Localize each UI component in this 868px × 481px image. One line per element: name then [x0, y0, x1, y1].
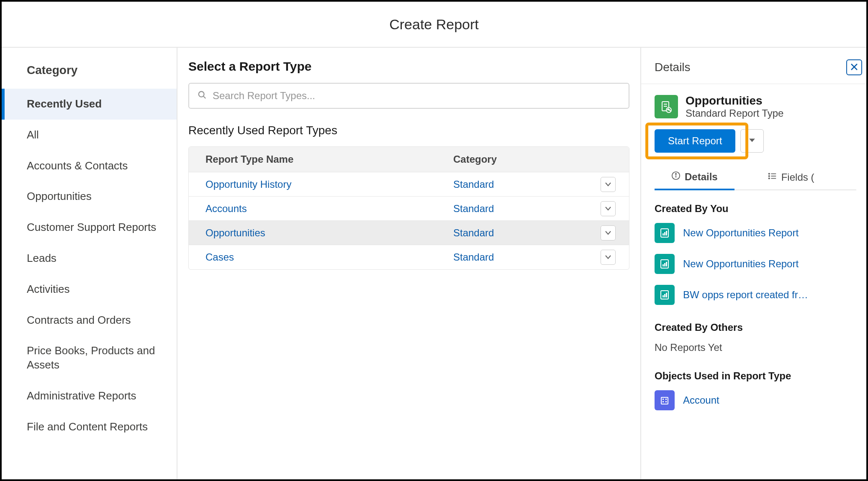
modal-titlebar: Create Report — [2, 2, 866, 48]
row-name: Cases — [189, 246, 437, 269]
chevron-down-icon — [749, 137, 755, 145]
report-type-icon — [655, 95, 678, 118]
created-by-others-section: Created By Others No Reports Yet — [655, 322, 861, 353]
chevron-down-icon — [605, 229, 611, 237]
row-actions-button[interactable] — [601, 225, 616, 240]
svg-rect-33 — [665, 401, 667, 402]
svg-line-1 — [203, 96, 205, 98]
svg-rect-30 — [663, 399, 664, 400]
report-type-title: Opportunities — [686, 94, 783, 107]
svg-rect-18 — [663, 233, 664, 235]
svg-rect-28 — [666, 293, 667, 297]
no-reports-text: No Reports Yet — [655, 342, 861, 353]
search-icon — [198, 90, 207, 101]
start-report-button[interactable]: Start Report — [655, 129, 735, 153]
modal-title: Create Report — [389, 16, 479, 33]
category-item-activities[interactable]: Activities — [2, 274, 177, 305]
report-type-subtitle: Standard Report Type — [686, 107, 783, 119]
svg-rect-26 — [663, 295, 664, 297]
created-by-you-section: Created By You New Opportunities Report … — [655, 203, 861, 305]
objects-used-section: Objects Used in Report Type Account — [655, 370, 861, 410]
start-report-dropdown-button[interactable] — [740, 129, 764, 153]
create-report-modal: Create Report Category Recently Used All… — [0, 0, 868, 481]
category-item-all[interactable]: All — [2, 120, 177, 151]
tab-details[interactable]: Details — [655, 165, 734, 190]
table-row[interactable]: Opportunities Standard — [189, 221, 629, 245]
table-row[interactable]: Opportunity History Standard — [189, 172, 629, 197]
row-category: Standard — [437, 246, 596, 269]
svg-rect-23 — [664, 263, 665, 266]
svg-rect-27 — [664, 294, 665, 297]
svg-rect-6 — [664, 106, 667, 107]
list-icon — [768, 171, 777, 183]
report-link: New Opportunities Report — [683, 227, 799, 239]
category-item-opportunities[interactable]: Opportunities — [2, 181, 177, 212]
details-header: Details — [641, 48, 866, 84]
category-item-price-books[interactable]: Price Books, Products and Assets — [2, 335, 177, 381]
report-link-item[interactable]: BW opps report created fr… — [655, 285, 861, 305]
svg-rect-29 — [661, 397, 668, 404]
chevron-down-icon — [605, 205, 611, 212]
report-type-header: Opportunities Standard Report Type — [655, 94, 861, 119]
recently-used-title: Recently Used Report Types — [188, 124, 629, 137]
report-icon — [655, 285, 675, 305]
info-icon — [671, 171, 681, 183]
row-category: Standard — [437, 197, 596, 220]
column-header-name[interactable]: Report Type Name — [189, 147, 437, 172]
table-header: Report Type Name Category — [189, 147, 629, 172]
tab-label: Details — [685, 171, 718, 183]
category-item-contracts-orders[interactable]: Contracts and Orders — [2, 305, 177, 336]
object-link: Account — [683, 394, 719, 406]
table-row[interactable]: Accounts Standard — [189, 197, 629, 221]
modal-body: Category Recently Used All Accounts & Co… — [2, 48, 866, 479]
report-type-table: Report Type Name Category Opportunity Hi… — [188, 146, 629, 270]
category-item-file-content[interactable]: File and Content Reports — [2, 412, 177, 443]
category-sidebar[interactable]: Category Recently Used All Accounts & Co… — [2, 48, 177, 479]
svg-rect-22 — [663, 264, 664, 266]
svg-rect-20 — [666, 231, 667, 235]
tab-fields[interactable]: Fields ( — [751, 165, 831, 189]
category-item-accounts-contacts[interactable]: Accounts & Contacts — [2, 151, 177, 182]
report-link-item[interactable]: New Opportunities Report — [655, 254, 861, 274]
svg-point-16 — [768, 178, 769, 179]
details-panel: Details — [640, 48, 866, 479]
close-details-button[interactable] — [846, 59, 862, 75]
report-link-item[interactable]: New Opportunities Report — [655, 223, 861, 243]
category-header: Category — [2, 52, 177, 89]
chevron-down-icon — [605, 181, 611, 188]
row-actions-button[interactable] — [601, 177, 616, 192]
svg-point-14 — [768, 173, 769, 174]
svg-point-10 — [675, 174, 676, 174]
category-item-leads[interactable]: Leads — [2, 243, 177, 274]
table-row[interactable]: Cases Standard — [189, 245, 629, 269]
column-header-category[interactable]: Category — [437, 147, 596, 172]
details-body: Opportunities Standard Report Type Start… — [641, 84, 866, 479]
account-icon — [655, 390, 675, 410]
search-report-types[interactable] — [188, 83, 629, 109]
select-report-type-heading: Select a Report Type — [188, 59, 629, 74]
chevron-down-icon — [605, 253, 611, 261]
row-name: Opportunity History — [189, 173, 437, 196]
start-report-actions: Start Report — [655, 129, 764, 153]
details-tabs: Details Fields ( — [655, 165, 856, 190]
svg-rect-19 — [664, 232, 665, 235]
section-heading: Objects Used in Report Type — [655, 370, 861, 382]
section-heading: Created By Others — [655, 322, 861, 333]
search-input[interactable] — [213, 90, 620, 102]
row-category: Standard — [437, 173, 596, 196]
category-item-admin[interactable]: Administrative Reports — [2, 381, 177, 412]
row-category: Standard — [437, 221, 596, 245]
category-item-recently-used[interactable]: Recently Used — [2, 89, 177, 120]
svg-point-15 — [768, 176, 769, 177]
svg-rect-31 — [665, 399, 667, 400]
svg-rect-24 — [666, 262, 667, 266]
svg-rect-5 — [664, 104, 667, 105]
row-actions-button[interactable] — [601, 201, 616, 216]
object-item[interactable]: Account — [655, 390, 861, 410]
report-icon — [655, 223, 675, 243]
section-heading: Created By You — [655, 203, 861, 215]
tab-label: Fields ( — [781, 171, 814, 183]
category-item-customer-support[interactable]: Customer Support Reports — [2, 212, 177, 243]
row-name: Opportunities — [189, 221, 437, 245]
row-actions-button[interactable] — [601, 250, 616, 265]
